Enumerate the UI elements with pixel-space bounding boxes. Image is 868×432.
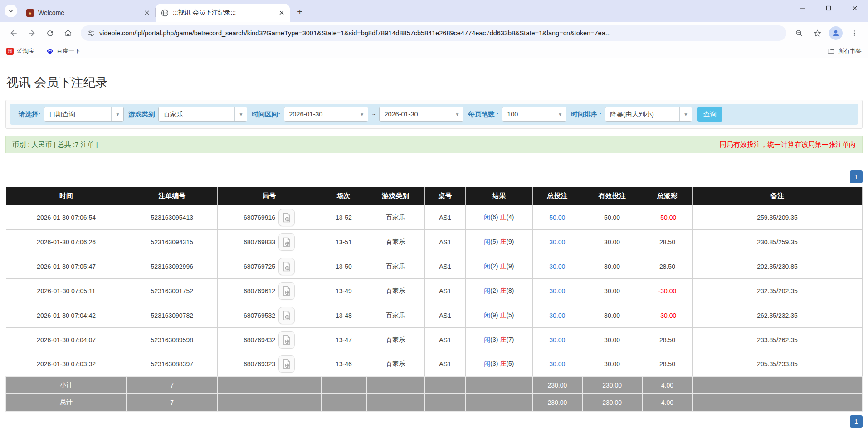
empty-cell [217,377,321,394]
table-header-row: 时间注单编号局号场次游戏类别桌号结果总投注有效投注总派彩备注 [6,187,862,205]
home-button[interactable] [60,25,76,41]
window-controls [789,0,868,16]
browser-toolbar: videoie.com/ipl/portal.php/game/betrecor… [0,22,868,44]
game-type: 百家乐 [366,279,424,303]
total-bet-link[interactable]: 30.00 [549,287,565,295]
bookmark-aitaobao[interactable]: 淘 爱淘宝 [6,47,34,55]
session: 13-46 [321,352,366,377]
valid-bet: 30.00 [582,328,642,352]
zoom-magnifier-icon [795,29,804,38]
video-replay-button[interactable] [278,282,295,300]
table-row: 2026-01-30 07:06:54 523163095413 6807699… [6,205,862,230]
chevron-down-icon[interactable]: ▼ [451,107,463,121]
browser-menu-button[interactable] [847,25,862,41]
video-replay-button[interactable] [278,355,295,373]
video-file-icon [282,262,291,272]
tab-title: Welcome [38,9,143,16]
maximize-button[interactable] [815,0,842,16]
result-banker-score: (9) [506,238,514,245]
result-banker: 庄 [500,262,506,270]
tab-close-button[interactable] [143,9,151,17]
date-from-value: 2026-01-30 [284,107,356,121]
maximize-icon [826,5,831,11]
payout-value: -30.00 [642,303,692,328]
video-replay-button[interactable] [278,331,295,349]
result-player-score: (3) [490,360,498,367]
tab-close-button[interactable] [278,9,285,17]
video-replay-button[interactable] [278,233,295,251]
tab-search-button[interactable] [5,5,17,17]
video-replay-button[interactable] [278,258,295,275]
page-number-badge[interactable]: 1 [850,170,863,183]
bookmarks-bar: 淘 爱淘宝 百度一下 所有书签 [0,44,868,58]
chevron-down-icon[interactable]: ▼ [554,107,566,121]
video-replay-button[interactable] [278,209,295,226]
remark: 259.35/209.35 [692,205,862,230]
total-bet-link[interactable]: 30.00 [549,238,565,246]
forward-arrow-icon [27,29,36,38]
remark: 232.35/202.35 [692,279,862,303]
bookmark-baidu[interactable]: 百度一下 [46,47,80,55]
close-window-button[interactable] [842,0,868,16]
back-button[interactable] [6,25,21,41]
column-header-10: 备注 [692,187,862,205]
result-cell: 闲(9) 庄(5) [466,303,532,328]
total-label: 总计 [6,394,127,411]
result-banker: 庄 [500,360,506,367]
subtotal-label: 小计 [6,377,127,394]
minimize-button[interactable] [789,0,815,16]
round-id-cell: 680769725 [217,254,321,279]
empty-cell [217,394,321,411]
profile-avatar[interactable] [829,26,843,40]
page-size-label: 每页笔数 : [468,110,498,119]
all-bookmarks-button[interactable]: 所有书签 [827,47,862,55]
result-banker: 庄 [500,214,506,221]
zoom-button[interactable] [791,25,807,41]
bookmark-star-button[interactable] [809,25,825,41]
tab-bet-records[interactable]: :::视讯 会员下注纪录::: [156,4,290,22]
total-bet-link[interactable]: 30.00 [549,263,565,270]
page-number-badge[interactable]: 1 [850,415,863,428]
chevron-down-icon[interactable]: ▼ [111,107,123,121]
chevron-down-icon[interactable]: ▼ [679,107,692,121]
remark: 233.85/262.35 [692,328,862,352]
total-bet-link[interactable]: 30.00 [549,360,565,368]
payout-value: 28.50 [642,352,692,377]
game-type-select[interactable]: 百家乐 ▼ [158,107,247,122]
payout-value: -50.00 [642,205,692,230]
round-id: 680769432 [244,336,275,344]
total-bet-link[interactable]: 30.00 [549,312,565,319]
search-button[interactable]: 查询 [697,107,722,122]
forward-button[interactable] [24,25,39,41]
round-id: 680769612 [244,287,275,295]
table-row: 2026-01-30 07:04:07 523163089598 6807694… [6,328,862,352]
query-type-select[interactable]: 日期查询 ▼ [44,107,124,122]
video-replay-button[interactable] [278,307,295,324]
game-type-label: 游戏类别 [128,110,155,119]
empty-cell [424,377,466,394]
total-total-bet: 230.00 [532,394,582,411]
bet-time: 2026-01-30 07:06:26 [6,230,127,254]
chevron-down-icon[interactable]: ▼ [234,107,247,121]
total-bet-link[interactable]: 30.00 [549,336,565,344]
column-header-5: 桌号 [424,187,466,205]
page-size-select[interactable]: 100 ▼ [502,107,566,122]
time-sort-select[interactable]: 降幂(由大到小) ▼ [605,107,692,122]
round-id-cell: 680769432 [217,328,321,352]
tab-welcome[interactable]: ♠ Welcome [21,4,155,22]
address-bar[interactable]: videoie.com/ipl/portal.php/game/betrecor… [81,25,786,41]
person-icon [831,29,840,38]
date-to-input[interactable]: 2026-01-30 ▼ [379,107,463,122]
chevron-down-icon[interactable]: ▼ [356,107,368,121]
new-tab-button[interactable]: + [293,5,306,18]
taobao-icon: 淘 [6,48,14,55]
total-bet-link[interactable]: 50.00 [549,214,565,221]
empty-cell [424,394,466,411]
toolbar-right [790,25,863,41]
home-icon [63,29,73,38]
session: 13-47 [321,328,366,352]
reload-button[interactable] [42,25,58,41]
back-arrow-icon [9,29,18,38]
site-settings-icon [87,29,95,37]
date-from-input[interactable]: 2026-01-30 ▼ [284,107,368,122]
